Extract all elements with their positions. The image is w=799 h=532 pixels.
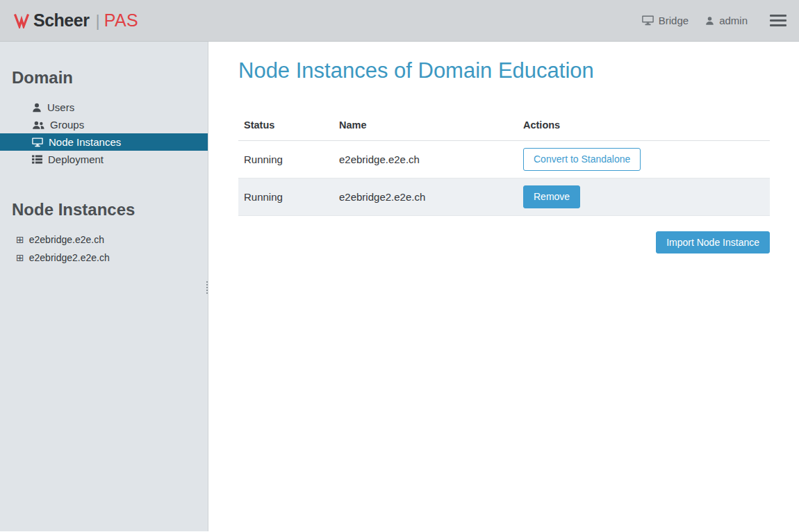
actions-cell: Remove [518,178,770,215]
sidebar-resize-handle[interactable] [206,281,209,294]
hamburger-menu-icon[interactable] [770,12,786,29]
domain-heading: Domain [12,68,208,88]
column-header-name: Name [333,111,518,141]
tree-item[interactable]: ⊞ e2ebridge2.e2e.ch [0,249,208,267]
product-name: PAS [104,10,139,31]
sidebar-item-label: Node Instances [49,136,121,148]
tree-item-label: e2ebridge.e2e.ch [29,234,104,245]
bridge-link[interactable]: Bridge [642,15,689,26]
main-content: Node Instances of Domain Education Statu… [208,42,799,531]
page-title: Node Instances of Domain Education [238,58,770,83]
import-node-instance-button[interactable]: Import Node Instance [656,231,770,254]
column-header-actions: Actions [518,111,770,141]
node-instances-tree: ⊞ e2ebridge.e2e.ch ⊞ e2ebridge2.e2e.ch [0,231,208,267]
user-menu[interactable]: admin [705,15,748,26]
sidebar: Domain Users Groups [0,42,208,531]
brand-name: Scheer [33,10,89,31]
import-row: Import Node Instance [238,231,770,254]
column-header-status: Status [238,111,333,141]
user-label: admin [719,15,748,26]
sidebar-item-node-instances[interactable]: Node Instances [0,133,208,151]
topbar: Scheer | PAS Bridge admin [0,0,799,42]
domain-nav: Users Groups Node Instances [0,99,208,168]
topbar-right: Bridge admin [642,12,786,29]
user-icon [705,16,714,26]
brand-logo[interactable]: Scheer | PAS [14,10,138,31]
display-icon [642,15,654,26]
name-cell: e2ebridge.e2e.ch [333,141,518,178]
table-row: Running e2ebridge.e2e.ch Convert to Stan… [238,141,770,178]
tree-item-label: e2ebridge2.e2e.ch [29,252,110,263]
expand-icon[interactable]: ⊞ [16,234,24,245]
sidebar-item-label: Groups [50,119,84,131]
users-icon [32,120,44,130]
sidebar-item-deployment[interactable]: Deployment [0,151,208,168]
table-row: Running e2ebridge2.e2e.ch Remove [238,178,770,215]
sidebar-item-users[interactable]: Users [0,99,208,116]
bridge-label: Bridge [659,15,689,26]
tree-item[interactable]: ⊞ e2ebridge.e2e.ch [0,231,208,249]
actions-cell: Convert to Standalone [518,141,770,178]
sidebar-item-groups[interactable]: Groups [0,116,208,133]
sidebar-item-label: Users [47,101,74,113]
remove-button[interactable]: Remove [523,185,580,208]
logo-divider: | [95,11,99,31]
status-cell: Running [238,141,333,178]
node-instances-table: Status Name Actions Running e2ebridge.e2… [238,111,770,216]
deployment-icon [32,155,42,164]
convert-to-standalone-button[interactable]: Convert to Standalone [523,148,641,171]
status-cell: Running [238,178,333,215]
name-cell: e2ebridge2.e2e.ch [333,178,518,215]
expand-icon[interactable]: ⊞ [16,252,24,263]
user-icon [32,103,42,113]
scheer-mark-icon [14,13,29,28]
node-instances-heading: Node Instances [12,200,208,219]
display-icon [32,138,43,147]
sidebar-item-label: Deployment [48,153,104,165]
